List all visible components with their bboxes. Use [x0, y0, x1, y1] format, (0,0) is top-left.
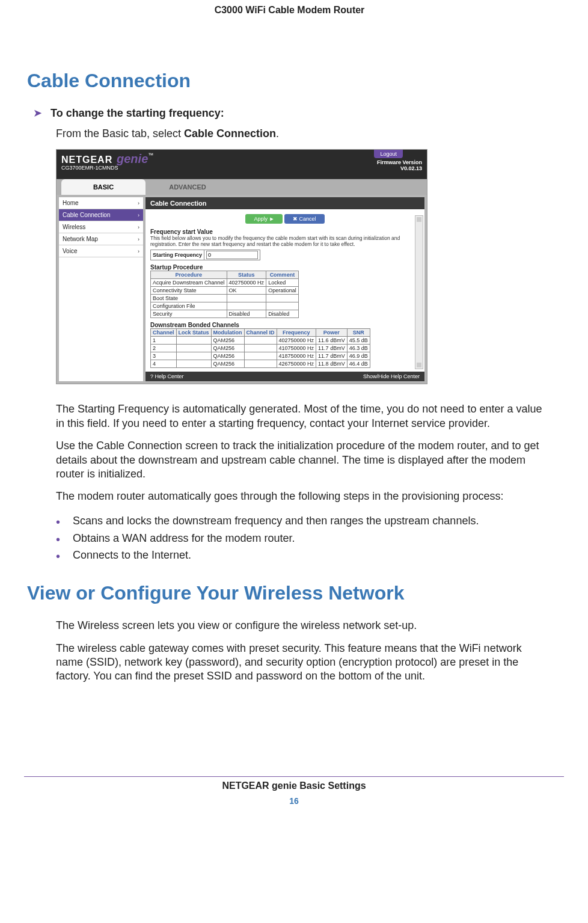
table-row: 4QAM256426750000 Hz11.8 dBmV46.4 dB [151, 360, 370, 368]
section-2-heading: View or Configure Your Wireless Network [27, 582, 552, 604]
sidebar-label: Cable Connection [63, 212, 111, 218]
col-power: Power [316, 329, 348, 337]
cancel-button[interactable]: ✖ Cancel [284, 214, 325, 224]
panel-footer: ? Help Center Show/Hide Help Center [145, 372, 424, 381]
chevron-right-icon: › [138, 236, 139, 242]
page-footer: NETGEAR genie Basic Settings 16 [24, 776, 564, 806]
table-row: 2QAM256410750000 Hz11.7 dBmV46.3 dB [151, 345, 370, 352]
arrow-icon: ➤ [33, 106, 42, 120]
chevron-right-icon: › [138, 224, 139, 230]
tab-advanced[interactable]: ADVANCED [145, 179, 230, 195]
paragraph: The Wireless screen lets you view or con… [56, 619, 546, 633]
sidebar-item-wireless[interactable]: Wireless› [59, 221, 143, 233]
apply-button[interactable]: Apply ► [245, 214, 283, 224]
sidebar-label: Network Map [63, 236, 98, 242]
col-channel: Channel [151, 329, 177, 337]
trademark: ™ [148, 152, 153, 158]
downstream-bonded-label: Downstream Bonded Channels [145, 322, 424, 328]
downstream-bonded-table: Channel Lock Status Modulation Channel I… [150, 328, 370, 368]
col-modulation: Modulation [211, 329, 244, 337]
col-channel-id: Channel ID [244, 329, 277, 337]
chevron-right-icon: › [138, 212, 139, 218]
bullet-list: Scans and locks the downstream frequency… [27, 512, 552, 564]
chevron-right-icon: › [138, 200, 139, 206]
starting-frequency-row: Starting Frequency [150, 250, 260, 260]
col-frequency: Frequency [277, 329, 316, 337]
footer-title: NETGEAR genie Basic Settings [24, 780, 564, 791]
table-row: SecurityDisabledDisabled [151, 310, 299, 318]
main-panel: Cable Connection Apply ► ✖ Cancel Freque… [145, 197, 424, 381]
firmware-version: Firmware Version V0.02.13 [377, 159, 422, 171]
startup-procedure-table: Procedure Status Comment Acquire Downstr… [150, 271, 299, 318]
frequency-start-desc: This field below allows you to modify th… [145, 235, 424, 250]
table-row: Boot State [151, 295, 299, 302]
scrollbar[interactable] [415, 215, 423, 369]
col-status: Status [227, 271, 266, 279]
table-row: Configuration File [151, 302, 299, 310]
brand-logo: NETGEAR [61, 155, 112, 165]
intro-bold: Cable Connection [184, 127, 276, 140]
table-row: Acquire Downstream Channel402750000 HzLo… [151, 279, 299, 287]
help-center-link[interactable]: ? Help Center [150, 373, 184, 379]
sidebar-label: Voice [63, 248, 77, 254]
tab-bar: BASIC ADVANCED [57, 179, 427, 195]
tab-basic[interactable]: BASIC [61, 179, 145, 195]
frequency-start-label: Frequency start Value [145, 228, 424, 235]
sidebar-item-network-map[interactable]: Network Map› [59, 233, 143, 245]
section-1-heading: Cable Connection [27, 70, 552, 92]
action-buttons: Apply ► ✖ Cancel [145, 214, 424, 224]
intro-post: . [276, 127, 279, 140]
intro-pre: From the Basic tab, select [56, 127, 184, 140]
col-procedure: Procedure [151, 271, 227, 279]
show-hide-help-link[interactable]: Show/Hide Help Center [363, 373, 420, 379]
model-label: CG3700EMR-1CMNDS [61, 165, 422, 171]
document-header: C3000 WiFi Cable Modem Router [27, 0, 552, 16]
procedure-heading: ➤ To change the starting frequency: [33, 106, 552, 120]
col-comment: Comment [266, 271, 299, 279]
table-row: Connectivity StateOKOperational [151, 287, 299, 295]
logout-button[interactable]: Logout [374, 150, 403, 158]
paragraph: The modem router automatically goes thro… [56, 489, 546, 503]
sidebar-item-voice[interactable]: Voice› [59, 245, 143, 257]
panel-title: Cable Connection [145, 197, 424, 209]
sidebar-item-home[interactable]: Home› [59, 197, 143, 209]
firmware-value: V0.02.13 [400, 165, 422, 171]
sidebar: Home› Cable Connection› Wireless› Networ… [59, 197, 143, 381]
chevron-right-icon: › [138, 248, 139, 254]
col-snr: SNR [347, 329, 370, 337]
table-row: 3QAM256418750000 Hz11.7 dBmV46.9 dB [151, 352, 370, 360]
firmware-label: Firmware Version [377, 159, 422, 165]
sidebar-item-cable-connection[interactable]: Cable Connection› [59, 209, 143, 221]
paragraph: The Starting Frequency is automatically … [56, 402, 546, 431]
paragraph: The wireless cable gateway comes with pr… [56, 642, 546, 684]
list-item: Obtains a WAN address for the modem rout… [56, 530, 552, 547]
sidebar-label: Wireless [63, 224, 85, 230]
col-lock-status: Lock Status [176, 329, 211, 337]
intro-line: From the Basic tab, select Cable Connect… [56, 127, 546, 141]
starting-frequency-label: Starting Frequency [151, 250, 204, 260]
startup-procedure-label: Startup Procedure [145, 264, 424, 271]
starting-frequency-input[interactable] [206, 251, 258, 259]
genie-logo: genie [117, 152, 148, 165]
paragraph: Use the Cable Connection screen to track… [56, 439, 546, 481]
page-number: 16 [24, 796, 564, 806]
procedure-heading-text: To change the starting frequency: [51, 107, 224, 120]
list-item: Connects to the Internet. [56, 547, 552, 564]
screenshot-cable-connection: NETGEAR genie™ CG3700EMR-1CMNDS Logout F… [56, 149, 427, 384]
sidebar-label: Home [63, 200, 79, 206]
screenshot-header: NETGEAR genie™ CG3700EMR-1CMNDS Logout F… [57, 150, 427, 179]
table-row: 1QAM256402750000 Hz11.6 dBmV45.5 dB [151, 337, 370, 345]
list-item: Scans and locks the downstream frequency… [56, 512, 552, 530]
